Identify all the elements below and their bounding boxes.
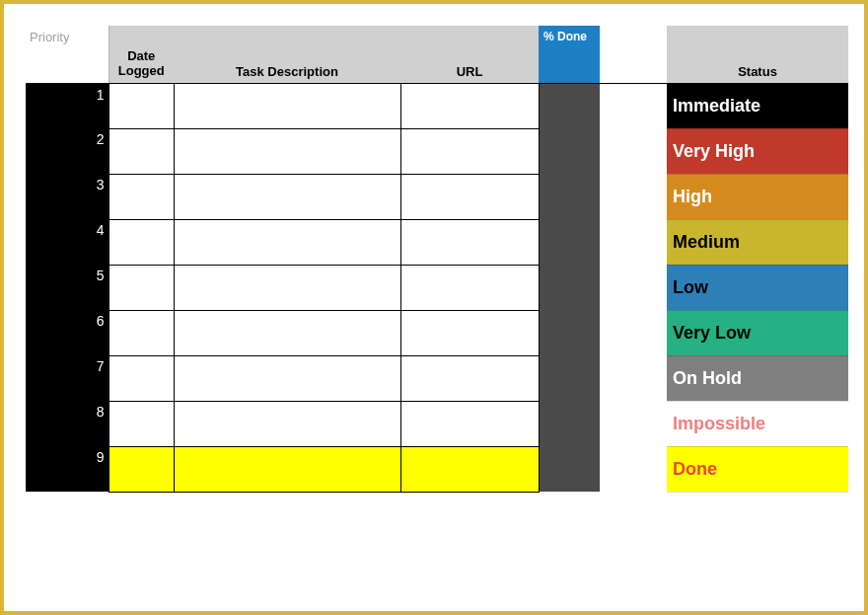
header-spacer bbox=[600, 26, 667, 83]
task-table: Priority Date Logged Task Description UR… bbox=[26, 26, 848, 493]
url-cell[interactable] bbox=[400, 174, 539, 219]
percent-done-cell[interactable] bbox=[539, 83, 600, 128]
percent-done-cell[interactable] bbox=[539, 446, 600, 492]
date-logged-cell[interactable] bbox=[108, 219, 174, 265]
spacer-cell bbox=[600, 219, 667, 265]
status-cell[interactable]: Very High bbox=[667, 128, 848, 174]
header-row: Priority Date Logged Task Description UR… bbox=[26, 26, 848, 83]
status-cell[interactable]: Immediate bbox=[667, 83, 848, 128]
date-logged-cell[interactable] bbox=[108, 355, 174, 401]
header-priority: Priority bbox=[26, 26, 108, 83]
priority-number-cell: 3 bbox=[26, 174, 108, 219]
status-cell[interactable]: High bbox=[667, 174, 848, 219]
task-description-cell[interactable] bbox=[174, 219, 400, 265]
percent-done-cell[interactable] bbox=[539, 355, 600, 401]
spacer-cell bbox=[600, 265, 667, 310]
priority-number-cell: 5 bbox=[26, 265, 108, 310]
status-cell[interactable]: Medium bbox=[667, 219, 848, 265]
task-description-cell[interactable] bbox=[174, 310, 400, 355]
url-cell[interactable] bbox=[400, 446, 539, 492]
header-url: URL bbox=[400, 26, 539, 83]
spacer-cell bbox=[600, 174, 667, 219]
header-task-description: Task Description bbox=[174, 26, 400, 83]
task-description-cell[interactable] bbox=[174, 174, 400, 219]
percent-done-cell[interactable] bbox=[539, 265, 600, 310]
status-cell[interactable]: Impossible bbox=[667, 401, 848, 446]
url-cell[interactable] bbox=[400, 265, 539, 310]
page-frame: Priority Date Logged Task Description UR… bbox=[0, 0, 868, 615]
table-row: 7On Hold bbox=[26, 355, 848, 401]
task-description-cell[interactable] bbox=[174, 401, 400, 446]
status-cell[interactable]: Low bbox=[667, 265, 848, 310]
url-cell[interactable] bbox=[400, 355, 539, 401]
spacer-cell bbox=[600, 83, 667, 128]
status-cell[interactable]: Very Low bbox=[667, 310, 848, 355]
percent-done-cell[interactable] bbox=[539, 128, 600, 174]
url-cell[interactable] bbox=[400, 128, 539, 174]
table-row: 2Very High bbox=[26, 128, 848, 174]
date-logged-cell[interactable] bbox=[108, 265, 174, 310]
task-priority-sheet: Priority Date Logged Task Description UR… bbox=[26, 26, 842, 493]
date-logged-cell[interactable] bbox=[108, 401, 174, 446]
spacer-cell bbox=[600, 446, 667, 492]
percent-done-cell[interactable] bbox=[539, 174, 600, 219]
table-row: 8Impossible bbox=[26, 401, 848, 446]
task-description-cell[interactable] bbox=[174, 83, 400, 128]
header-percent-done: % Done bbox=[539, 26, 600, 83]
url-cell[interactable] bbox=[400, 83, 539, 128]
percent-done-cell[interactable] bbox=[539, 219, 600, 265]
priority-number-cell: 2 bbox=[26, 128, 108, 174]
priority-number-cell: 1 bbox=[26, 83, 108, 128]
percent-done-cell[interactable] bbox=[539, 310, 600, 355]
table-row: 5Low bbox=[26, 265, 848, 310]
spacer-cell bbox=[600, 128, 667, 174]
priority-number-cell: 4 bbox=[26, 219, 108, 265]
date-logged-cell[interactable] bbox=[108, 174, 174, 219]
table-row: 4Medium bbox=[26, 219, 848, 265]
spacer-cell bbox=[600, 401, 667, 446]
status-cell[interactable]: On Hold bbox=[667, 355, 848, 401]
task-description-cell[interactable] bbox=[174, 128, 400, 174]
task-description-cell[interactable] bbox=[174, 355, 400, 401]
table-row: 6Very Low bbox=[26, 310, 848, 355]
spacer-cell bbox=[600, 310, 667, 355]
spacer-cell bbox=[600, 355, 667, 401]
date-logged-cell[interactable] bbox=[108, 310, 174, 355]
date-logged-cell[interactable] bbox=[108, 446, 174, 492]
header-date-logged: Date Logged bbox=[108, 26, 174, 83]
table-row: 3High bbox=[26, 174, 848, 219]
url-cell[interactable] bbox=[400, 219, 539, 265]
priority-number-cell: 9 bbox=[26, 446, 108, 492]
table-row: 9Done bbox=[26, 446, 848, 492]
date-logged-cell[interactable] bbox=[108, 83, 174, 128]
url-cell[interactable] bbox=[400, 310, 539, 355]
priority-number-cell: 7 bbox=[26, 355, 108, 401]
task-description-cell[interactable] bbox=[174, 446, 400, 492]
table-row: 1Immediate bbox=[26, 83, 848, 128]
priority-number-cell: 8 bbox=[26, 401, 108, 446]
percent-done-cell[interactable] bbox=[539, 401, 600, 446]
status-cell[interactable]: Done bbox=[667, 446, 848, 492]
header-status: Status bbox=[667, 26, 848, 83]
priority-number-cell: 6 bbox=[26, 310, 108, 355]
date-logged-cell[interactable] bbox=[108, 128, 174, 174]
task-description-cell[interactable] bbox=[174, 265, 400, 310]
url-cell[interactable] bbox=[400, 401, 539, 446]
